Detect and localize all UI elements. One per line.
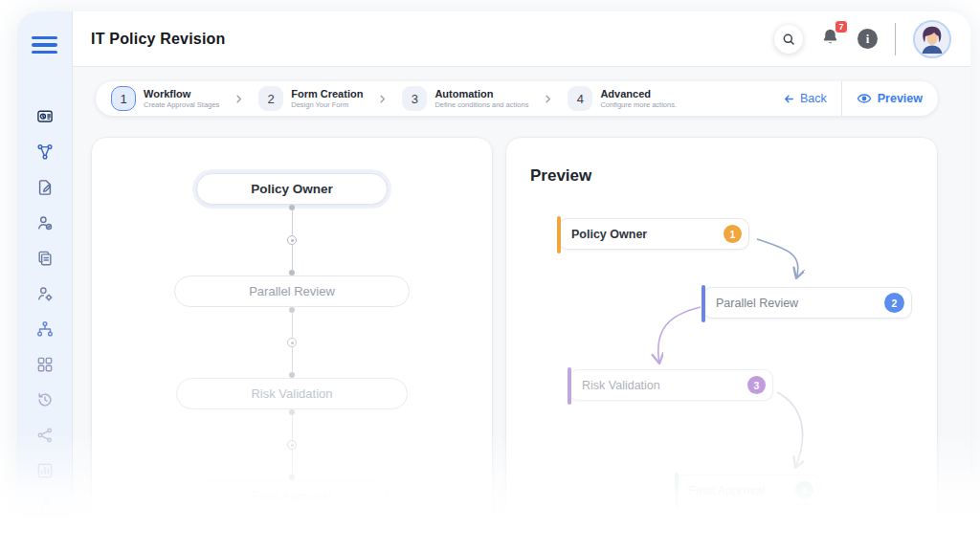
step-label: Automation xyxy=(434,88,528,100)
preview-button[interactable]: Preview xyxy=(857,91,938,106)
share-icon[interactable] xyxy=(35,426,55,445)
reports-icon[interactable] xyxy=(35,461,55,480)
card-label: Parallel Review xyxy=(716,297,875,310)
step-number: 1 xyxy=(111,86,136,111)
documents-icon[interactable] xyxy=(35,249,55,268)
arrow-1-2 xyxy=(757,239,798,278)
workflow-icon[interactable] xyxy=(35,143,55,162)
card-accent xyxy=(675,473,679,510)
step-subtitle: Create Approval Stages xyxy=(144,100,219,109)
eye-icon xyxy=(857,91,872,106)
hierarchy-icon[interactable] xyxy=(35,320,55,339)
apps-grid-icon[interactable] xyxy=(35,355,55,374)
sidebar-nav xyxy=(35,107,55,516)
chevron-right-icon xyxy=(543,94,553,104)
step-automation[interactable]: 3 AutomationDefine conditions and action… xyxy=(396,86,534,111)
step-advanced[interactable]: 4 AdvancedConfigure more actions. xyxy=(562,86,682,111)
header: IT Policy Revision 7 i xyxy=(73,11,970,67)
stage-connector[interactable] xyxy=(287,307,297,378)
preview-card-parallel-review[interactable]: Parallel Review 2 xyxy=(702,287,912,319)
user-settings-icon[interactable] xyxy=(35,284,55,303)
chevron-right-icon xyxy=(234,94,244,104)
notification-badge: 7 xyxy=(835,20,848,33)
step-subtitle: Design Your Form xyxy=(291,100,363,109)
card-label: Policy Owner xyxy=(571,228,714,241)
step-number: 3 xyxy=(402,86,427,111)
arrow-2-3 xyxy=(658,307,701,364)
step-label: Workflow xyxy=(144,88,219,100)
card-accent xyxy=(702,285,705,322)
card-number-badge: 4 xyxy=(795,481,813,499)
notifications-button[interactable]: 7 xyxy=(820,27,840,51)
step-number: 2 xyxy=(258,86,283,111)
info-button[interactable]: i xyxy=(858,29,878,49)
form-edit-icon[interactable] xyxy=(35,178,55,197)
stage-final-approval[interactable]: Final Approval xyxy=(196,480,388,512)
menu-icon[interactable] xyxy=(32,36,57,54)
preview-panel: Preview xyxy=(505,137,938,539)
arrow-3-4 xyxy=(777,392,803,468)
step-label: Form Creation xyxy=(291,88,363,100)
dashboard-clock-icon[interactable] xyxy=(35,107,55,126)
avatar[interactable] xyxy=(913,20,951,58)
step-subtitle: Configure more actions. xyxy=(600,100,677,109)
preview-label: Preview xyxy=(878,92,923,105)
step-subtitle: Define conditions and actions xyxy=(434,100,528,109)
card-label: Final Approval xyxy=(689,484,786,497)
actions-divider xyxy=(841,81,842,116)
header-actions: 7 i xyxy=(774,20,951,58)
workflow-panel: Policy Owner Parallel Review Risk Valida… xyxy=(91,137,493,539)
stage-policy-owner[interactable]: Policy Owner xyxy=(196,173,388,205)
stepper: 1 WorkflowCreate Approval Stages 2 Form … xyxy=(96,81,938,116)
header-divider xyxy=(895,23,896,55)
card-accent xyxy=(557,216,561,253)
back-button[interactable]: Back xyxy=(783,92,827,105)
stage-connector[interactable] xyxy=(287,205,297,276)
main-area: IT Policy Revision 7 i xyxy=(73,11,970,551)
stage-parallel-review[interactable]: Parallel Review xyxy=(174,276,410,307)
stepper-actions: Back Preview xyxy=(783,81,938,116)
preview-heading: Preview xyxy=(530,166,591,186)
step-label: Advanced xyxy=(600,88,677,100)
back-label: Back xyxy=(800,92,827,105)
card-accent xyxy=(568,367,571,405)
card-label: Risk Validation xyxy=(582,379,738,392)
archive-icon[interactable] xyxy=(35,496,55,516)
card-number-badge: 1 xyxy=(724,225,742,243)
card-number-badge: 2 xyxy=(884,293,904,313)
info-icon: i xyxy=(866,32,870,47)
step-form-creation[interactable]: 2 Form CreationDesign Your Form xyxy=(253,86,368,111)
card-number-badge: 3 xyxy=(747,376,766,394)
page-title: IT Policy Revision xyxy=(91,31,226,48)
step-number: 4 xyxy=(568,86,592,111)
sidebar xyxy=(17,11,73,551)
user-approve-icon[interactable] xyxy=(35,213,55,232)
search-icon xyxy=(781,32,796,47)
preview-card-final-approval[interactable]: Final Approval 4 xyxy=(676,474,821,506)
preview-card-policy-owner[interactable]: Policy Owner 1 xyxy=(558,218,749,250)
step-workflow[interactable]: 1 WorkflowCreate Approval Stages xyxy=(105,86,225,111)
arrow-left-icon xyxy=(783,93,795,105)
avatar-illustration xyxy=(915,22,949,56)
search-button[interactable] xyxy=(774,25,803,54)
app-window: IT Policy Revision 7 i xyxy=(17,11,970,551)
preview-card-risk-validation[interactable]: Risk Validation 3 xyxy=(568,369,773,401)
panels: Policy Owner Parallel Review Risk Valida… xyxy=(91,137,938,539)
chevron-right-icon xyxy=(377,94,388,104)
stage-risk-validation[interactable]: Risk Validation xyxy=(176,378,408,409)
history-icon[interactable] xyxy=(35,390,55,409)
content-area: 1 WorkflowCreate Approval Stages 2 Form … xyxy=(73,67,970,551)
stage-connector[interactable] xyxy=(287,409,297,480)
